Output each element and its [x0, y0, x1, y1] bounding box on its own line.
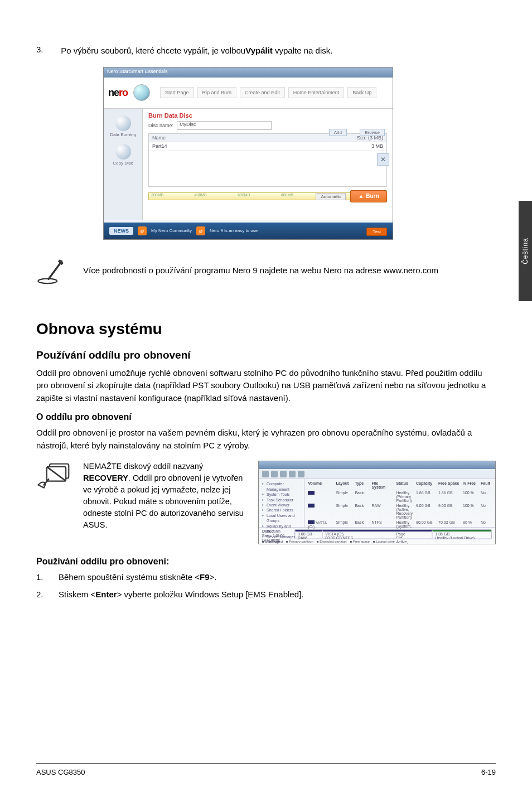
rss-icon: ⌀ [196, 226, 205, 235]
pen-icon [36, 257, 66, 289]
nero-tab-home[interactable]: Home Entertainment [288, 87, 345, 98]
news-label: NEWS [109, 227, 133, 235]
tree-item[interactable]: Device Manager [262, 534, 301, 539]
col-name: Name [152, 135, 166, 141]
toolbar-icon [280, 471, 287, 477]
step-3-number: 3. [36, 45, 59, 54]
heading-obnova-systemu: Obnova systému [36, 320, 496, 338]
dm-toolbar [259, 469, 495, 479]
test-pill: Test [366, 228, 387, 236]
disk-partition-bar: 9.00 GB RAWHealthy (Primary Partition) V… [294, 529, 492, 539]
partition-segment[interactable]: VISTA (C:)80.00 GB NTFSHealthy (System, … [322, 530, 432, 539]
toolbar-icon [298, 471, 304, 477]
tree-item[interactable]: Computer Management [262, 481, 301, 492]
disc-name-label: Disc name: [148, 123, 173, 128]
globe-icon [133, 84, 150, 101]
heading-pouzivani-oddilu: Používání oddílu pro obnovení [36, 349, 496, 361]
sidebar-item-data-burning[interactable]: Data Burning [104, 112, 142, 141]
footer-page-number: 6-19 [481, 768, 496, 776]
dm-volume-grid: VolumeLayoutTypeFile SystemStatusCapacit… [304, 479, 495, 527]
toolbar-icon [262, 471, 269, 477]
toolbar-icon [271, 471, 278, 477]
nero-screenshot: Nero StartSmart Essentials nero Start Pa… [103, 67, 393, 240]
drive-selector[interactable]: Automatic [316, 193, 346, 200]
nero-main-panel: ✕ Burn Data Disc Disc name: MyDisc Add B… [143, 109, 393, 220]
tree-item[interactable]: Shared Folders [262, 508, 301, 513]
dm-tree[interactable]: Computer Management System Tools Task Sc… [259, 479, 304, 527]
partition-segment[interactable]: 1.86 GBHealthy (Logical Drive) [432, 530, 491, 539]
toolbar-icon [289, 471, 296, 477]
close-panel-icon[interactable]: ✕ [377, 153, 389, 166]
burn-data-disc-heading: Burn Data Disc [143, 109, 393, 120]
list-item[interactable]: Part143 MB [149, 142, 386, 151]
rss-icon: ⌀ [138, 226, 147, 235]
browse-button[interactable]: Browse [360, 129, 385, 136]
dm-titlebar [259, 461, 495, 469]
sidebar-item-copy-disc[interactable]: Copy Disc [104, 141, 142, 169]
svg-point-0 [38, 278, 57, 283]
copy-disc-icon [115, 144, 131, 160]
news-item[interactable]: Nero 9 is an easy to use [210, 228, 258, 233]
file-list[interactable]: NameSize (3 MB) Part143 MB [148, 133, 387, 187]
table-row[interactable]: SimpleBasicHealthy (Primary Partition)1.… [308, 490, 492, 503]
nero-header: nero Start Page Rip and Burn Create and … [104, 78, 393, 109]
disc-icon [115, 115, 131, 131]
tree-item[interactable]: Task Scheduler [262, 497, 301, 503]
tree-item[interactable]: Reliability and Perform [262, 524, 301, 534]
nero-window-title: Nero StartSmart Essentials [104, 67, 393, 78]
nero-news-bar: NEWS ⌀ My Nero Community ⌀ Nero 9 is an … [104, 223, 393, 239]
flame-icon: ▲ [358, 193, 364, 199]
nero-logo: nero [108, 87, 128, 99]
page-footer: ASUS CG8350 6-19 [36, 763, 496, 776]
no-delete-icon [36, 461, 70, 494]
disc-name-input[interactable]: MyDisc [177, 121, 272, 130]
language-side-tab: Čeština [519, 201, 532, 301]
warning-text: NEMAŽTE diskový oddíl nazvaný RECOVERY. … [83, 461, 245, 531]
dm-legend: ■ Unallocated ■ Primary partition ■ Exte… [262, 540, 492, 543]
tree-item[interactable]: Event Viewer [262, 503, 301, 508]
step-3: 3. Po výběru souborů, které chcete vypál… [36, 45, 496, 57]
note-text: Více podrobností o používání programu Ne… [83, 257, 438, 277]
footer-model: ASUS CG8350 [36, 768, 85, 776]
nero-tab-create[interactable]: Create and Edit [240, 87, 285, 98]
paragraph-about: Oddíl pro obnovení je prostor na vašem p… [36, 427, 496, 452]
nero-sidebar: Data Burning Copy Disc [104, 109, 143, 220]
step-3-text: Po výběru souborů, které chcete vypálit,… [61, 45, 462, 57]
table-row[interactable]: SimpleBasicRAWHealthy (Active, Recovery … [308, 503, 492, 520]
add-button[interactable]: Add [329, 129, 347, 136]
nero-tab-start[interactable]: Start Page [160, 87, 194, 98]
nero-tab-backup[interactable]: Back Up [347, 87, 376, 98]
step-2: 2.Stiskem <Enter> vyberte položku Window… [36, 588, 496, 601]
news-item[interactable]: My Nero Community [151, 228, 192, 233]
recovery-steps: 1.Během spouštění systému stiskněte <F9>… [36, 571, 496, 601]
heading-o-oddilu: O oddílu pro obnovení [36, 412, 496, 422]
paragraph-intro: Oddíl pro obnovení umožňuje rychlé obnov… [36, 367, 496, 405]
heading-pouzivani-oddilu-steps: Používání oddílu pro obnovení: [36, 557, 496, 567]
step-1: 1.Během spouštění systému stiskněte <F9>… [36, 571, 496, 584]
note-block: Více podrobností o používání programu Ne… [36, 257, 496, 289]
tree-item[interactable]: Local Users and Groups [262, 513, 301, 524]
disk-management-screenshot: Computer Management System Tools Task Sc… [258, 461, 496, 544]
nero-tab-rip[interactable]: Rip and Burn [197, 87, 237, 98]
tree-item[interactable]: System Tools [262, 492, 301, 497]
burn-button[interactable]: ▲Burn [350, 190, 387, 202]
